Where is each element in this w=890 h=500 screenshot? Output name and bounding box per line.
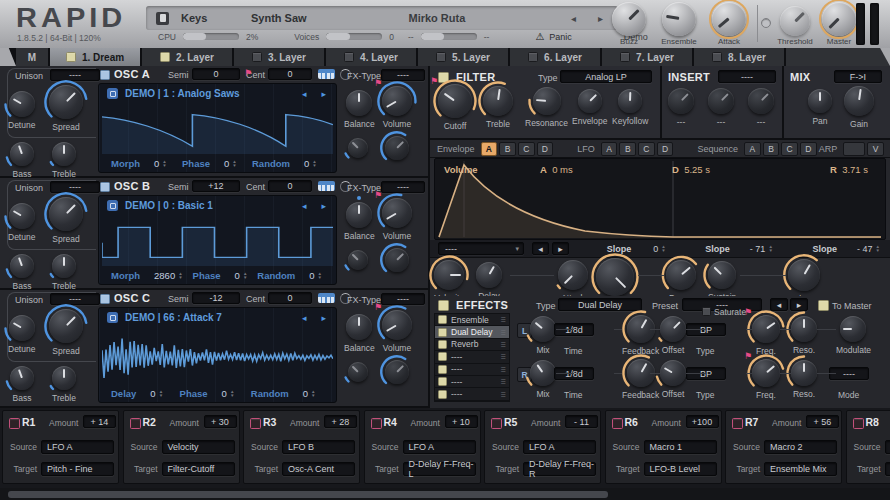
detune-knob[interactable] <box>9 203 35 229</box>
effect-next-button[interactable]: ▸ <box>790 298 808 311</box>
bass-knob[interactable] <box>10 142 34 166</box>
tab-layer-2[interactable]: 2. Layer <box>142 48 234 66</box>
effect-slot-6[interactable]: ---- ☰ <box>435 376 509 388</box>
tab-layer-5[interactable]: 5. Layer <box>418 48 510 66</box>
amount-value[interactable]: + 10 <box>445 415 478 428</box>
lfo-tab-a[interactable]: A <box>601 142 618 156</box>
treble-knob[interactable] <box>52 366 76 390</box>
to-master-checkbox[interactable] <box>818 300 829 311</box>
target-value[interactable]: Osc-A Cent <box>282 462 355 476</box>
tab-enable-checkbox[interactable] <box>712 52 722 62</box>
param-value[interactable]: 0 <box>309 270 314 281</box>
param-value[interactable]: 0 <box>150 388 155 399</box>
sequence-tab-d[interactable]: D <box>800 142 817 156</box>
panic-button[interactable]: ⚠ Panic <box>535 31 571 42</box>
cent-value[interactable]: 0 <box>268 180 312 192</box>
tab-layer-8[interactable]: 8. Layer <box>694 48 786 66</box>
volume-knob[interactable]: ⚑ <box>382 310 412 340</box>
treble-knob[interactable] <box>52 254 76 278</box>
wave-display[interactable]: DEMO | 1 : Analog Saws ◂ ▸ Morph 0 ▲▼Pha… <box>98 83 337 173</box>
reso-knob[interactable] <box>791 360 817 386</box>
master-knob[interactable] <box>822 2 856 36</box>
amount-value[interactable]: + 28 <box>324 415 357 428</box>
insert-knob-1[interactable] <box>668 88 694 114</box>
tab-enable-checkbox[interactable] <box>160 52 170 62</box>
target-value[interactable]: LFO-B Level <box>644 462 717 476</box>
freq-knob[interactable]: ⚑ <box>752 315 780 343</box>
amount-value[interactable]: - 11 <box>565 415 598 428</box>
unison-dropdown[interactable]: ---- <box>50 69 100 81</box>
unison-dropdown[interactable]: ---- <box>50 181 100 193</box>
source-value[interactable]: LFO A <box>41 440 114 454</box>
balance-knob[interactable] <box>346 202 372 228</box>
envelope-tab-c[interactable]: C <box>518 142 535 156</box>
freq-knob[interactable]: ⚑ <box>752 359 780 387</box>
mix-knob[interactable] <box>530 316 556 342</box>
source-value[interactable]: Mod <box>885 440 890 454</box>
effect-slot-menu-icon[interactable]: ☰ <box>501 366 506 373</box>
envelope-tab-a[interactable]: A <box>481 142 498 156</box>
level-knob[interactable] <box>596 258 634 296</box>
lfo-tab-b[interactable]: B <box>619 142 636 156</box>
matrix-enable-checkbox[interactable] <box>130 418 141 429</box>
tab-layer-4[interactable]: 4. Layer <box>326 48 418 66</box>
matrix-enable-checkbox[interactable] <box>9 418 20 429</box>
fx-type-dropdown[interactable]: ---- <box>381 293 425 305</box>
wave-next-icon[interactable]: ▸ <box>317 313 330 323</box>
effect-slot-checkbox[interactable] <box>438 315 447 324</box>
effect-prev-button[interactable]: ◂ <box>770 298 788 311</box>
tab-enable-checkbox[interactable] <box>66 52 76 62</box>
treble-knob[interactable] <box>52 142 76 166</box>
cent-value[interactable]: 0 <box>268 292 312 304</box>
fx-mini-knob-2[interactable] <box>385 360 409 384</box>
effect-slot-menu-icon[interactable]: ☰ <box>501 391 506 398</box>
source-value[interactable]: Velocity <box>162 440 235 454</box>
param-value[interactable]: 0 <box>303 388 308 399</box>
envelope-tab-d[interactable]: D <box>537 142 554 156</box>
bass-knob[interactable] <box>10 254 34 278</box>
buzz-knob[interactable] <box>612 2 646 36</box>
env-delay-knob[interactable] <box>476 262 502 288</box>
target-value[interactable]: D-Delay F-Freq-R <box>523 462 596 476</box>
matrix-enable-checkbox[interactable] <box>491 418 502 429</box>
effect-slot-3[interactable]: Reverb ☰ <box>435 339 509 351</box>
param-value[interactable]: 0 <box>222 388 227 399</box>
tab-master[interactable]: M <box>16 48 50 66</box>
offset-knob[interactable] <box>660 316 686 342</box>
amount-value[interactable]: +100 <box>686 415 719 428</box>
osc-enable-checkbox[interactable] <box>100 294 110 304</box>
modulate-knob[interactable] <box>840 316 866 342</box>
mix-knob[interactable] <box>530 360 556 386</box>
matrix-enable-checkbox[interactable] <box>732 418 743 429</box>
cent-value[interactable]: 0 <box>268 68 312 80</box>
envelope-prev-button[interactable]: ◂ <box>532 242 549 255</box>
fx-mini-knob-1[interactable] <box>348 250 368 270</box>
matrix-enable-checkbox[interactable] <box>612 418 623 429</box>
param-value[interactable]: 0 <box>235 270 240 281</box>
pan-knob[interactable] <box>808 89 832 113</box>
spread-knob[interactable] <box>49 85 83 119</box>
tab-layer-1[interactable]: 1. Dream <box>50 48 142 66</box>
source-value[interactable]: LFO A <box>403 440 476 454</box>
tab-enable-checkbox[interactable] <box>436 52 446 62</box>
fx-mini-knob-1[interactable] <box>348 138 368 158</box>
attack-knob[interactable] <box>558 260 588 290</box>
decay-knob[interactable] <box>666 260 696 290</box>
effect-slot-7[interactable]: ---- ☰ <box>435 388 509 400</box>
effect-slot-5[interactable]: ---- ☰ <box>435 364 509 376</box>
wave-display[interactable]: DEMO | 66 : Attack 7 ◂ ▸ Delay 0 ▲▼Phase… <box>98 307 337 403</box>
spread-knob[interactable] <box>49 309 83 343</box>
amount-value[interactable]: + 30 <box>204 415 237 428</box>
balance-knob[interactable] <box>346 314 372 340</box>
unison-dropdown[interactable]: ---- <box>50 293 100 305</box>
envelope-display[interactable]: Volume A 0 ms D 5.25 s R 3.71 s <box>434 158 886 240</box>
target-value[interactable]: Filter-Cutoff <box>162 462 235 476</box>
slope3-value[interactable]: - 47 <box>857 244 873 254</box>
wave-prev-icon[interactable]: ◂ <box>298 89 311 99</box>
bass-knob[interactable] <box>10 366 34 390</box>
sequence-tab-a[interactable]: A <box>744 142 761 156</box>
matrix-enable-checkbox[interactable] <box>853 418 864 429</box>
matrix-scrollbar[interactable] <box>0 488 890 500</box>
effect-slot-checkbox[interactable] <box>438 377 447 386</box>
tab-enable-checkbox[interactable] <box>344 52 354 62</box>
